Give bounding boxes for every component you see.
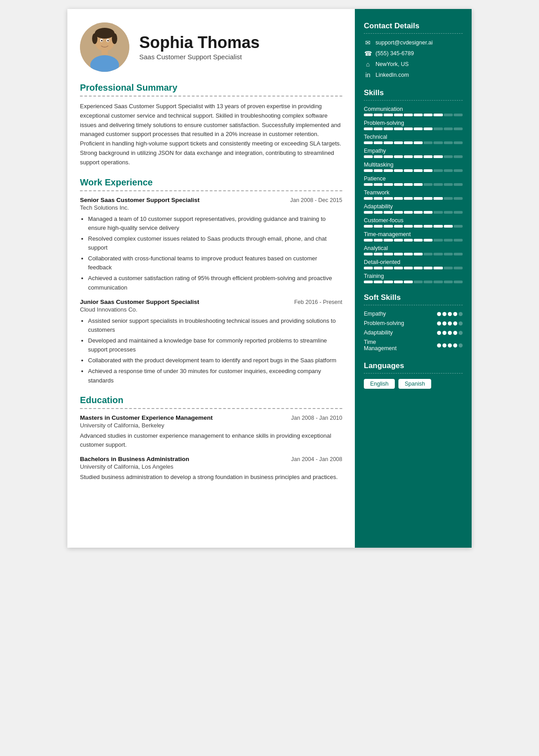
skills-divider — [364, 100, 463, 101]
skill-segment — [394, 169, 403, 172]
header-section: Sophia Thomas Saas Customer Support Spec… — [80, 22, 342, 72]
contact-phone: ☎ (555) 345-6789 — [364, 50, 463, 57]
soft-skill-name: TimeManagement — [364, 339, 397, 352]
job-bullets: Assisted senior support specialists in t… — [80, 316, 342, 385]
skill-segment — [404, 197, 413, 200]
skill-segment — [414, 239, 423, 242]
skill-segment — [364, 169, 373, 172]
skill-segment — [374, 211, 383, 214]
skill-bar — [364, 253, 463, 255]
skill-segment — [433, 183, 442, 186]
contact-title: Contact Details — [364, 22, 463, 31]
skill-name: Detail-oriented — [364, 259, 463, 265]
svg-point-10 — [107, 40, 109, 42]
soft-skills-divider — [364, 305, 463, 305]
dot — [459, 331, 463, 335]
dot — [442, 321, 446, 325]
list-item: Collaborated with the product developmen… — [88, 356, 342, 365]
skill-segment — [444, 183, 453, 186]
skill-bar — [364, 225, 463, 228]
skill-segment — [454, 127, 463, 130]
experience-title: Work Experience — [80, 177, 342, 188]
skill-segment — [424, 225, 433, 228]
job-title: Senior Saas Customer Support Specialist — [80, 197, 199, 203]
skill-segment — [394, 183, 403, 186]
skill-segment — [374, 169, 383, 172]
skill-bar — [364, 114, 463, 116]
skill-segment — [404, 253, 413, 255]
skill-segment — [384, 239, 393, 242]
edu-desc: Studied business administration to devel… — [80, 473, 342, 482]
skill-segment — [444, 253, 453, 255]
skill-segment — [384, 169, 393, 172]
skill-segment — [384, 267, 393, 269]
skill-name: Training — [364, 273, 463, 279]
skill-segment — [424, 197, 433, 200]
education-divider — [80, 408, 342, 409]
skill-segment — [404, 183, 413, 186]
skills-container: Communication Problem-solving Technical … — [364, 106, 463, 283]
skill-segment — [364, 183, 373, 186]
email-icon: ✉ — [364, 39, 372, 46]
skill-item: Multitasking — [364, 162, 463, 172]
skill-segment — [454, 267, 463, 269]
skill-segment — [384, 183, 393, 186]
dot — [448, 312, 452, 316]
soft-skills-title: Soft Skills — [364, 293, 463, 302]
experience-divider — [80, 190, 342, 191]
list-item: Resolved complex customer issues related… — [88, 234, 342, 252]
soft-skills-container: Empathy Problem-solving Adaptability Tim… — [364, 311, 463, 352]
skill-bar — [364, 197, 463, 200]
skill-name: Empathy — [364, 148, 463, 154]
summary-text: Experienced Saas Customer Support Specia… — [80, 102, 342, 167]
skill-segment — [394, 127, 403, 130]
skill-segment — [433, 155, 442, 158]
soft-skill-name: Adaptability — [364, 330, 393, 336]
job-company: Tech Solutions Inc. — [80, 204, 342, 211]
job-bullets: Managed a team of 10 customer support re… — [80, 215, 342, 292]
job-dates: Jan 2008 - Dec 2015 — [290, 197, 342, 203]
skill-segment — [444, 169, 453, 172]
skill-segment — [414, 183, 423, 186]
skill-item: Communication — [364, 106, 463, 116]
languages-section: Languages EnglishSpanish — [364, 361, 463, 389]
skill-name: Teamwork — [364, 189, 463, 196]
skill-segment — [424, 183, 433, 186]
skill-bar — [364, 267, 463, 269]
lang-tags-container: EnglishSpanish — [364, 379, 463, 389]
skill-segment — [433, 225, 442, 228]
skill-segment — [384, 253, 393, 255]
dot — [453, 331, 457, 335]
skill-segment — [433, 141, 442, 144]
skill-segment — [364, 253, 373, 255]
skill-segment — [444, 197, 453, 200]
skill-segment — [404, 281, 413, 283]
skill-segment — [414, 127, 423, 130]
skill-segment — [394, 211, 403, 214]
edu-item: Bachelors in Business Administration Jan… — [80, 456, 342, 482]
skill-segment — [394, 225, 403, 228]
edu-item: Masters in Customer Experience Managemen… — [80, 414, 342, 449]
language-tag: English — [364, 379, 395, 389]
skill-segment — [364, 114, 373, 116]
skill-segment — [404, 211, 413, 214]
skill-segment — [424, 281, 433, 283]
header-info: Sophia Thomas Saas Customer Support Spec… — [139, 34, 260, 61]
skill-bar — [364, 239, 463, 242]
skill-segment — [374, 267, 383, 269]
job-item: Junior Saas Customer Support Specialist … — [80, 299, 342, 385]
edu-desc: Advanced studies in customer experience … — [80, 431, 342, 449]
soft-skills-section: Soft Skills Empathy Problem-solving Adap… — [364, 293, 463, 352]
contact-divider — [364, 33, 463, 34]
skill-segment — [384, 127, 393, 130]
skill-segment — [374, 141, 383, 144]
list-item: Developed and maintained a knowledge bas… — [88, 336, 342, 354]
education-section: Education Masters in Customer Experience… — [80, 395, 342, 482]
skill-item: Empathy — [364, 148, 463, 158]
skill-segment — [433, 267, 442, 269]
dot — [453, 321, 457, 325]
job-item: Senior Saas Customer Support Specialist … — [80, 197, 342, 292]
list-item: Collaborated with cross-functional teams… — [88, 254, 342, 272]
dot — [459, 312, 463, 316]
skill-bar — [364, 183, 463, 186]
